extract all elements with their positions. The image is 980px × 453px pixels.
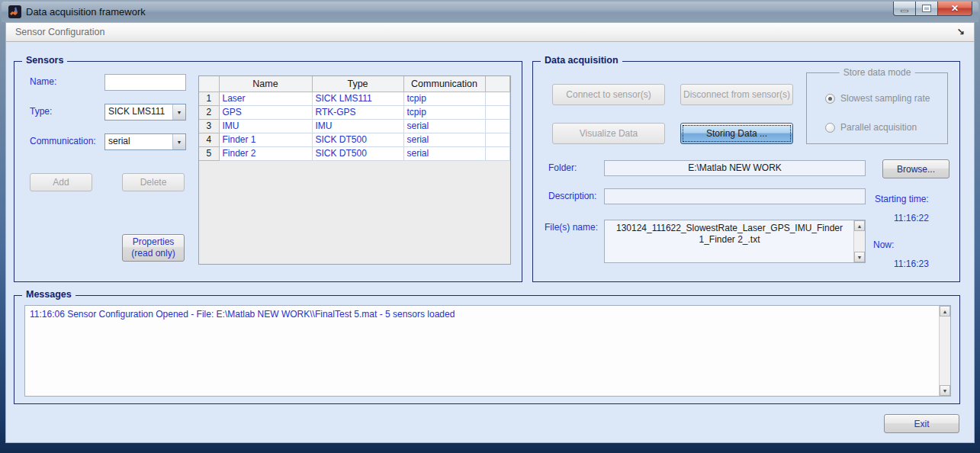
table-header-type[interactable]: Type — [312, 76, 403, 92]
name-label: Name: — [30, 76, 56, 87]
browse-button[interactable]: Browse... — [882, 159, 949, 178]
table-cell[interactable]: SICK DT500 — [312, 146, 403, 160]
table-cell[interactable]: IMU — [219, 119, 312, 133]
table-cell[interactable]: SICK LMS111 — [312, 92, 403, 105]
messages-scrollbar[interactable]: ▲ ▼ — [939, 306, 950, 396]
connect-button[interactable]: Connect to sensor(s) — [552, 84, 665, 105]
visualize-data-button[interactable]: Visualize Data — [552, 123, 665, 144]
data-acquisition-panel-title: Data acquisition — [541, 55, 622, 66]
files-name-value: 130124_111622_SlowestRate_Laser_GPS_IMU_… — [605, 220, 865, 246]
chevron-down-icon[interactable]: ▼ — [172, 134, 185, 149]
sensor-table-body: 1LaserSICK LMS111tcpip2GPSRTK-GPStcpip3I… — [199, 92, 510, 160]
table-cell[interactable]: Finder 2 — [219, 146, 312, 160]
message-line: 11:16:06 Sensor Configuration Opened - F… — [25, 306, 950, 323]
table-cell[interactable]: Finder 1 — [219, 133, 312, 146]
files-scrollbar[interactable]: ▲ ▼ — [853, 220, 865, 262]
communication-label: Communication: — [30, 136, 96, 146]
row-number: 4 — [199, 133, 219, 146]
properties-button-line2: (read only) — [131, 248, 175, 259]
properties-button-line1: Properties — [131, 236, 175, 248]
table-cell[interactable]: tcpip — [403, 92, 485, 105]
type-dropdown-value: SICK LMS111 — [105, 104, 172, 120]
storing-data-button[interactable]: Storing Data ... — [680, 123, 793, 144]
table-cell[interactable]: serial — [403, 146, 485, 160]
minimize-icon — [901, 10, 908, 12]
communication-dropdown[interactable]: serial ▼ — [104, 133, 186, 150]
table-cell[interactable]: IMU — [312, 119, 403, 133]
table-header-filler — [485, 76, 510, 92]
table-cell[interactable]: GPS — [219, 105, 312, 119]
folder-field-value: E:\Matlab NEW WORK — [605, 161, 865, 175]
starting-time-label: Starting time: — [875, 194, 929, 204]
add-button[interactable]: Add — [30, 173, 92, 191]
data-acquisition-panel: Data acquisition Connect to sensor(s) Di… — [532, 61, 960, 282]
table-header-communication[interactable]: Communication — [403, 76, 485, 92]
title-bar: Data acquisition framework ✕ — [2, 2, 978, 22]
table-header-row: Name Type Communication — [199, 76, 510, 92]
table-cell[interactable]: RTK-GPS — [312, 105, 403, 119]
sensors-panel-title: Sensors — [22, 55, 67, 66]
scroll-up-icon[interactable]: ▲ — [940, 306, 950, 316]
table-row[interactable]: 5Finder 2SICK DT500serial — [199, 146, 510, 160]
sensor-table[interactable]: Name Type Communication 1LaserSICK LMS11… — [198, 76, 511, 265]
radio-parallel-acquisition[interactable]: Parallel acquisition — [825, 122, 917, 133]
description-field[interactable] — [604, 188, 866, 204]
communication-dropdown-value: serial — [105, 134, 172, 149]
maximize-icon — [923, 5, 930, 11]
table-header-name[interactable]: Name — [219, 76, 312, 92]
delete-button[interactable]: Delete — [122, 173, 185, 191]
properties-button[interactable]: Properties (read only) — [122, 234, 185, 262]
scroll-down-icon[interactable]: ▼ — [940, 385, 950, 396]
table-cell[interactable] — [485, 146, 510, 160]
folder-field[interactable]: E:\Matlab NEW WORK — [604, 160, 866, 176]
radio-label: Slowest sampling rate — [840, 93, 930, 104]
table-cell[interactable] — [485, 92, 510, 105]
matlab-app-icon — [8, 5, 21, 18]
radio-slowest-sampling-rate[interactable]: Slowest sampling rate — [825, 93, 930, 104]
table-row[interactable]: 4Finder 1SICK DT500serial — [199, 133, 510, 146]
messages-listbox[interactable]: 11:16:06 Sensor Configuration Opened - F… — [24, 305, 951, 397]
app-window: Data acquisition framework ✕ Sensor Conf… — [0, 0, 980, 453]
menu-overflow-arrow-icon[interactable]: ↘ — [957, 26, 965, 37]
close-button[interactable]: ✕ — [938, 2, 972, 16]
description-label: Description: — [548, 191, 596, 201]
table-cell[interactable] — [485, 105, 510, 119]
scroll-down-icon[interactable]: ▼ — [854, 252, 865, 262]
store-data-mode-group: Store data mode Slowest sampling rate Pa… — [806, 72, 948, 144]
row-number: 3 — [199, 119, 219, 133]
table-cell[interactable]: tcpip — [403, 105, 485, 119]
scroll-up-icon[interactable]: ▲ — [854, 220, 865, 231]
messages-panel: Messages 11:16:06 Sensor Configuration O… — [14, 295, 960, 404]
maximize-button[interactable] — [916, 2, 938, 16]
row-number: 5 — [199, 146, 219, 160]
table-cell[interactable]: SICK DT500 — [312, 133, 403, 146]
table-cell[interactable] — [485, 119, 510, 133]
table-cell[interactable] — [485, 133, 510, 146]
table-cell[interactable]: serial — [403, 119, 485, 133]
table-cell[interactable]: Laser — [219, 92, 312, 105]
table-header-rownum — [199, 76, 219, 92]
radio-icon — [825, 123, 835, 133]
table-row[interactable]: 1LaserSICK LMS111tcpip — [199, 92, 510, 105]
menu-sensor-configuration[interactable]: Sensor Configuration — [6, 27, 114, 37]
content-area: Sensors Name: Type: SICK LMS111 ▼ Commun… — [6, 43, 974, 442]
table-cell[interactable]: serial — [403, 133, 485, 146]
table-row[interactable]: 2GPSRTK-GPStcpip — [199, 105, 510, 119]
chevron-down-icon[interactable]: ▼ — [172, 104, 185, 120]
menu-bar: Sensor Configuration ↘ — [6, 23, 974, 42]
files-name-listbox[interactable]: 130124_111622_SlowestRate_Laser_GPS_IMU_… — [604, 220, 866, 263]
minimize-button[interactable] — [893, 2, 916, 16]
table-row[interactable]: 3IMUIMUserial — [199, 119, 510, 133]
type-dropdown[interactable]: SICK LMS111 ▼ — [104, 104, 186, 120]
close-icon: ✕ — [951, 3, 959, 14]
exit-button[interactable]: Exit — [884, 414, 959, 433]
name-input[interactable] — [104, 74, 186, 91]
store-data-mode-title: Store data mode — [840, 67, 915, 78]
starting-time-value: 11:16:22 — [894, 213, 929, 223]
files-name-label: File(s) name: — [545, 222, 598, 233]
radio-icon — [825, 94, 835, 104]
disconnect-button[interactable]: Disconnect from sensor(s) — [680, 84, 793, 105]
sensors-panel: Sensors Name: Type: SICK LMS111 ▼ Commun… — [14, 61, 522, 282]
type-label: Type: — [30, 106, 52, 117]
folder-label: Folder: — [548, 162, 577, 173]
